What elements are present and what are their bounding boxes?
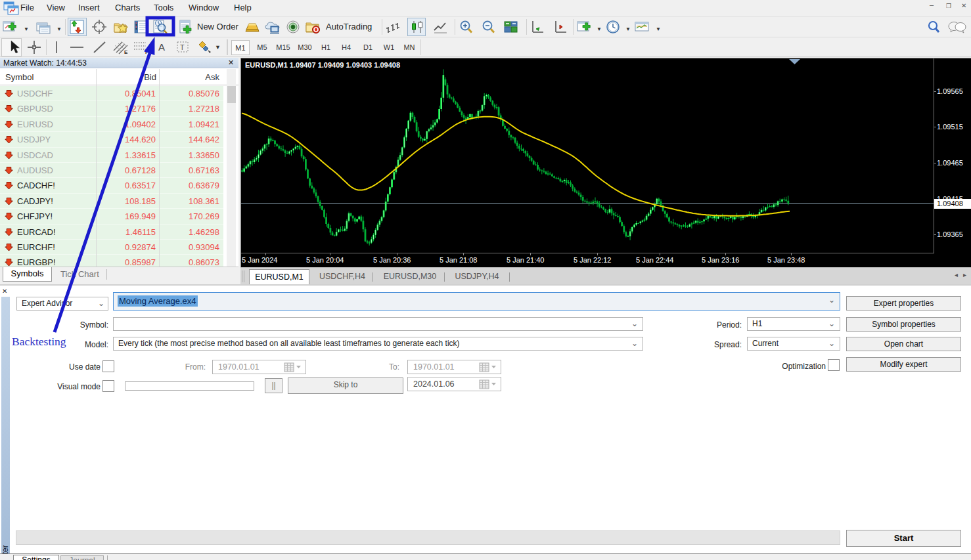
svg-text:5 Jan 20:04: 5 Jan 20:04 (306, 256, 344, 264)
svg-text:1.09515: 1.09515 (937, 123, 963, 131)
svg-text:5 Jan 21:40: 5 Jan 21:40 (507, 256, 545, 264)
svg-text:5 Jan 2024: 5 Jan 2024 (242, 256, 277, 264)
svg-text:EURUSD,M1 1.09407 1.09409 1.0: EURUSD,M1 1.09407 1.09409 1.09403 1.0940… (245, 61, 400, 69)
svg-text:5 Jan 20:36: 5 Jan 20:36 (373, 256, 411, 264)
svg-text:5 Jan 22:12: 5 Jan 22:12 (574, 256, 612, 264)
svg-text:1.09365: 1.09365 (937, 230, 963, 238)
svg-text:5 Jan 23:16: 5 Jan 23:16 (702, 256, 740, 264)
svg-text:5 Jan 23:48: 5 Jan 23:48 (767, 256, 805, 264)
svg-text:E: E (124, 49, 128, 55)
svg-text:1.09465: 1.09465 (937, 159, 963, 167)
svg-text:F: F (145, 49, 148, 55)
svg-text:1.09408: 1.09408 (937, 200, 963, 207)
svg-text:1.09565: 1.09565 (937, 87, 963, 95)
svg-text:T: T (180, 43, 185, 51)
svg-text:5 Jan 21:08: 5 Jan 21:08 (440, 256, 478, 264)
svg-text:5 Jan 22:44: 5 Jan 22:44 (636, 256, 674, 264)
